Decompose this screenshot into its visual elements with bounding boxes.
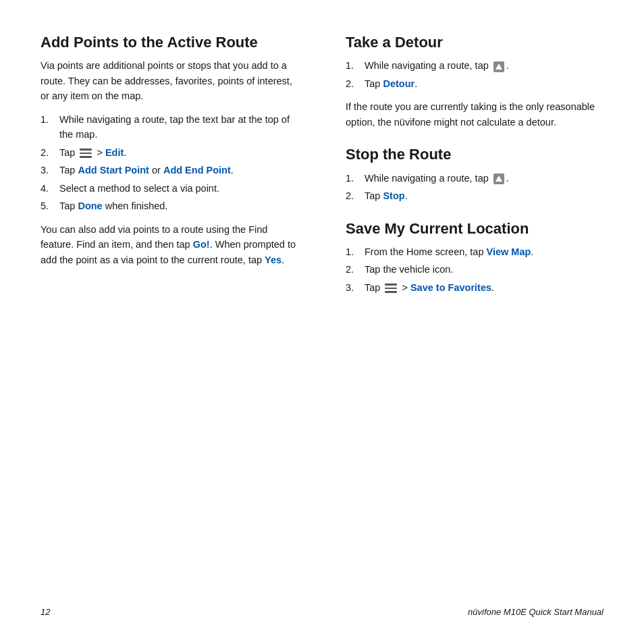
detour-step-2-number: 2. bbox=[346, 76, 365, 91]
stop-step-2-content: Tap Stop. bbox=[365, 188, 603, 203]
right-column: Take a Detour 1. While navigating a rout… bbox=[339, 34, 603, 593]
menu-lines bbox=[80, 149, 92, 158]
stop-highlight: Stop bbox=[383, 190, 404, 201]
content-area: Add Points to the Active Route Via point… bbox=[41, 34, 603, 593]
yes-highlight: Yes bbox=[265, 254, 281, 265]
step-1-content: While navigating a route, tap the text b… bbox=[59, 112, 298, 142]
footer: 12 nüvifone M10E Quick Start Manual bbox=[41, 593, 603, 617]
add-points-section: Add Points to the Active Route Via point… bbox=[41, 34, 298, 267]
view-map-highlight: View Map bbox=[487, 246, 531, 257]
step-4-content: Select a method to select a via point. bbox=[59, 181, 298, 196]
save-step-1-content: From the Home screen, tap View Map. bbox=[365, 244, 603, 259]
stop-step-1-content: While navigating a route, tap . bbox=[365, 171, 603, 186]
step-1: 1. While navigating a route, tap the tex… bbox=[41, 112, 298, 142]
detour-section: Take a Detour 1. While navigating a rout… bbox=[346, 34, 603, 130]
step-3-number: 3. bbox=[41, 163, 59, 178]
add-points-steps: 1. While navigating a route, tap the tex… bbox=[41, 112, 298, 214]
page: Add Points to the Active Route Via point… bbox=[0, 0, 644, 644]
add-start-highlight: Add Start Point bbox=[78, 165, 149, 176]
save-step-2: 2. Tap the vehicle icon. bbox=[346, 262, 603, 277]
edit-highlight: Edit bbox=[105, 147, 124, 158]
menu-lines-3 bbox=[385, 284, 397, 293]
save-section: Save My Current Location 1. From the Hom… bbox=[346, 220, 603, 296]
step-2-number: 2. bbox=[41, 145, 59, 160]
save-step-3: 3. Tap > Save to Favorites. bbox=[346, 280, 603, 295]
nav-arrow-svg-2 bbox=[493, 173, 505, 185]
save-title: Save My Current Location bbox=[346, 220, 603, 238]
stop-step-2-number: 2. bbox=[346, 188, 365, 203]
step-4: 4. Select a method to select a via point… bbox=[41, 181, 298, 196]
detour-step-1-content: While navigating a route, tap . bbox=[365, 58, 603, 73]
detour-title: Take a Detour bbox=[346, 34, 603, 51]
nav-arrow-icon-1 bbox=[492, 60, 506, 74]
step-2-content: Tap > Edit. bbox=[59, 145, 298, 160]
save-step-3-content: Tap > Save to Favorites. bbox=[365, 280, 603, 295]
step-3: 3. Tap Add Start Point or Add End Point. bbox=[41, 163, 298, 178]
left-column: Add Points to the Active Route Via point… bbox=[41, 34, 312, 593]
stop-step-2: 2. Tap Stop. bbox=[346, 188, 603, 203]
stop-section: Stop the Route 1. While navigating a rou… bbox=[346, 146, 603, 203]
add-points-outro: You can also add via points to a route u… bbox=[41, 222, 298, 267]
stop-title: Stop the Route bbox=[346, 146, 603, 163]
detour-step-2-content: Tap Detour. bbox=[365, 76, 603, 91]
save-favorites-highlight: Save to Favorites bbox=[410, 282, 491, 293]
detour-step-1: 1. While navigating a route, tap . bbox=[346, 58, 603, 73]
menu-icon-step2 bbox=[78, 148, 93, 159]
step-1-number: 1. bbox=[41, 112, 59, 142]
add-points-intro: Via points are additional points or stop… bbox=[41, 58, 298, 103]
detour-highlight: Detour bbox=[383, 78, 414, 89]
stop-step-1-number: 1. bbox=[346, 171, 365, 186]
step-4-number: 4. bbox=[41, 181, 59, 196]
stop-step-1: 1. While navigating a route, tap . bbox=[346, 171, 603, 186]
save-steps: 1. From the Home screen, tap View Map. 2… bbox=[346, 244, 603, 295]
add-end-highlight: Add End Point bbox=[163, 165, 231, 176]
menu-icon-step3 bbox=[383, 283, 398, 294]
step-5-number: 5. bbox=[41, 198, 59, 213]
save-step-3-number: 3. bbox=[346, 280, 365, 295]
save-step-2-number: 2. bbox=[346, 262, 365, 277]
save-step-2-content: Tap the vehicle icon. bbox=[365, 262, 603, 277]
stop-steps: 1. While navigating a route, tap . 2. bbox=[346, 171, 603, 204]
go-highlight: Go! bbox=[193, 239, 210, 250]
detour-note: If the route you are currently taking is… bbox=[346, 99, 603, 130]
done-highlight: Done bbox=[78, 200, 102, 211]
nav-arrow-svg-1 bbox=[493, 61, 505, 73]
add-points-title: Add Points to the Active Route bbox=[41, 34, 298, 51]
step-2: 2. Tap > Edit. bbox=[41, 145, 298, 160]
step-3-content: Tap Add Start Point or Add End Point. bbox=[59, 163, 298, 178]
detour-step-2: 2. Tap Detour. bbox=[346, 76, 603, 91]
nav-arrow-icon-2 bbox=[492, 172, 506, 186]
detour-step-1-number: 1. bbox=[346, 58, 365, 73]
step-5-content: Tap Done when finished. bbox=[59, 198, 298, 213]
page-number: 12 bbox=[41, 607, 50, 617]
detour-steps: 1. While navigating a route, tap . 2. bbox=[346, 58, 603, 91]
step-5: 5. Tap Done when finished. bbox=[41, 198, 298, 213]
document-title: nüvifone M10E Quick Start Manual bbox=[468, 607, 603, 617]
save-step-1-number: 1. bbox=[346, 244, 365, 259]
save-step-1: 1. From the Home screen, tap View Map. bbox=[346, 244, 603, 259]
